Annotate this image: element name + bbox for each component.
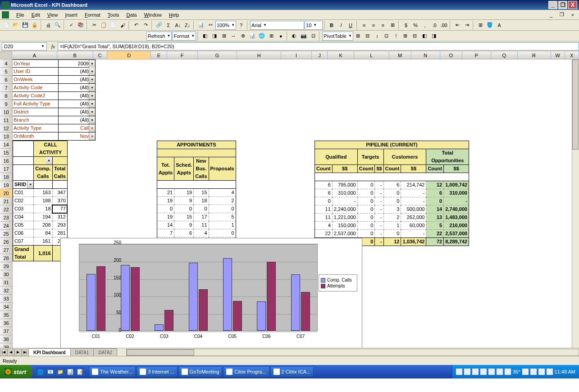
sheet-nav-first[interactable]: |◀: [0, 349, 7, 356]
vertical-scrollbar[interactable]: [572, 59, 579, 348]
menu-edit[interactable]: Edit: [28, 11, 44, 18]
filter-dropdown-icon[interactable]: ▼: [89, 116, 95, 124]
minimize-button[interactable]: _: [548, 1, 557, 9]
sheet-nav-next[interactable]: ▶: [14, 349, 22, 356]
tray-icon[interactable]: [464, 369, 470, 375]
borders-icon[interactable]: ⊞: [476, 21, 485, 30]
menu-tools[interactable]: Tools: [104, 11, 123, 18]
filter-dropdown-icon[interactable]: ▼: [89, 132, 95, 140]
row-header-10[interactable]: 10: [0, 108, 13, 116]
taskbar-item[interactable]: 3 Internet ...: [137, 366, 178, 377]
row-header-36[interactable]: 36: [0, 319, 13, 327]
align-center-icon[interactable]: ≡: [369, 21, 378, 30]
filter-dropdown-icon[interactable]: ▼: [89, 92, 95, 100]
tool-icon[interactable]: 📊: [248, 32, 257, 41]
underline-icon[interactable]: U: [346, 21, 355, 30]
tool-icon[interactable]: ⊕: [238, 32, 247, 41]
row-header-35[interactable]: 35: [0, 311, 13, 319]
row-header-5[interactable]: 5: [0, 68, 13, 76]
row-header-34[interactable]: 34: [0, 303, 13, 311]
filter-value[interactable]: 2009▼: [59, 59, 96, 68]
menu-window[interactable]: Window: [141, 11, 165, 18]
row-header-32[interactable]: 32: [0, 287, 13, 295]
filter-value[interactable]: Call▼: [59, 124, 96, 132]
quicklaunch-icon[interactable]: 📝: [76, 367, 85, 376]
align-right-icon[interactable]: ≡: [378, 21, 388, 30]
quicklaunch-icon[interactable]: 🌐: [36, 367, 45, 376]
row-header-13[interactable]: 13: [0, 132, 13, 141]
col-header-J[interactable]: J: [312, 51, 328, 59]
col-header-I[interactable]: I: [281, 51, 312, 59]
filter-dropdown-icon[interactable]: ▼: [89, 108, 95, 116]
spreadsheet-grid[interactable]: ABCDEFGHIJKLMNOPQRWX 4567891011121314151…: [0, 51, 579, 356]
chart-icon[interactable]: 📊: [196, 21, 205, 30]
quicklaunch-icon[interactable]: 📧: [46, 367, 55, 376]
row-header-23[interactable]: 23: [0, 214, 13, 222]
permission-icon[interactable]: 🔒: [30, 21, 39, 30]
row-header-33[interactable]: 33: [0, 295, 13, 303]
menu-help[interactable]: Help: [165, 11, 183, 18]
filter-value[interactable]: (All)▼: [59, 76, 96, 84]
row-header-24[interactable]: 24: [0, 222, 13, 230]
currency-icon[interactable]: $: [401, 21, 410, 30]
row-header-30[interactable]: 30: [0, 270, 13, 278]
sheet-nav-prev[interactable]: ◀: [7, 349, 14, 356]
menu-data[interactable]: Data: [123, 11, 140, 18]
zoom-dropdown[interactable]: 100%▼: [215, 21, 236, 30]
col-header-Q[interactable]: Q: [491, 51, 518, 59]
menu-insert[interactable]: Insert: [61, 11, 81, 18]
restore-button[interactable]: ❐: [558, 1, 567, 9]
font-name-dropdown[interactable]: Arial▼: [250, 21, 304, 30]
tool-icon[interactable]: ◨: [210, 32, 219, 41]
tray-icon[interactable]: [480, 369, 487, 375]
tray-icon[interactable]: [547, 369, 553, 375]
col-header-H[interactable]: H: [237, 51, 281, 59]
research-icon[interactable]: 📚: [76, 21, 85, 30]
row-header-11[interactable]: 11: [0, 116, 13, 124]
tool-icon[interactable]: ⊟: [363, 32, 372, 41]
filter-dropdown-icon[interactable]: ▼: [89, 84, 95, 91]
quicklaunch-icon[interactable]: 📁: [56, 367, 65, 376]
tool-icon[interactable]: ◧: [420, 32, 429, 41]
tray-icon[interactable]: [538, 369, 545, 375]
tool-icon[interactable]: ⊞: [354, 32, 363, 41]
bold-icon[interactable]: B: [327, 21, 336, 30]
row-header-14[interactable]: 14: [0, 141, 13, 149]
sheet-tab[interactable]: DATA1: [70, 348, 94, 356]
col-header-R[interactable]: R: [518, 51, 551, 59]
row-header-18[interactable]: 18: [0, 173, 13, 181]
filter-dropdown-icon[interactable]: ▼: [89, 76, 95, 83]
tool-icon[interactable]: ⊞: [219, 32, 228, 41]
col-header-B[interactable]: B: [57, 51, 93, 59]
undo-icon[interactable]: ↶: [132, 21, 141, 30]
close-button[interactable]: X: [568, 1, 577, 9]
tray-icon[interactable]: [488, 369, 495, 375]
menu-file[interactable]: File: [13, 11, 28, 18]
refresh-button[interactable]: Refresh▼: [146, 32, 172, 41]
col-header-G[interactable]: G: [198, 51, 237, 59]
tool-icon[interactable]: 🌐: [257, 32, 266, 41]
sortdesc-icon[interactable]: Z↓: [183, 21, 192, 30]
increase-indent-icon[interactable]: ⇥: [462, 21, 471, 30]
help-icon[interactable]: ?: [237, 21, 246, 30]
tool-icon[interactable]: ◧: [201, 32, 210, 41]
tool-icon[interactable]: ↔: [229, 32, 238, 41]
row-header-7[interactable]: 7: [0, 84, 13, 92]
filter-value[interactable]: Nov▼: [59, 132, 96, 141]
tool-icon[interactable]: ⊡: [382, 32, 391, 41]
col-header-L[interactable]: L: [354, 51, 389, 59]
col-header-K[interactable]: K: [328, 51, 354, 59]
sheet-tab[interactable]: DATA2: [93, 348, 117, 356]
row-header-17[interactable]: 17: [0, 165, 13, 173]
sheet-nav-last[interactable]: ▶|: [22, 349, 29, 356]
select-all-cell[interactable]: [0, 51, 12, 59]
row-header-12[interactable]: 12: [0, 124, 13, 132]
row-header-20[interactable]: 20: [0, 189, 13, 197]
horizontal-scrollbar[interactable]: [126, 349, 579, 356]
row-header-4[interactable]: 4: [0, 59, 13, 68]
doc-close-button[interactable]: ×: [568, 10, 577, 19]
fontcolor-icon[interactable]: A: [495, 21, 504, 30]
decrease-decimal-icon[interactable]: .00: [439, 21, 448, 30]
row-header-29[interactable]: 29: [0, 262, 13, 270]
tray-icon[interactable]: [522, 369, 529, 375]
